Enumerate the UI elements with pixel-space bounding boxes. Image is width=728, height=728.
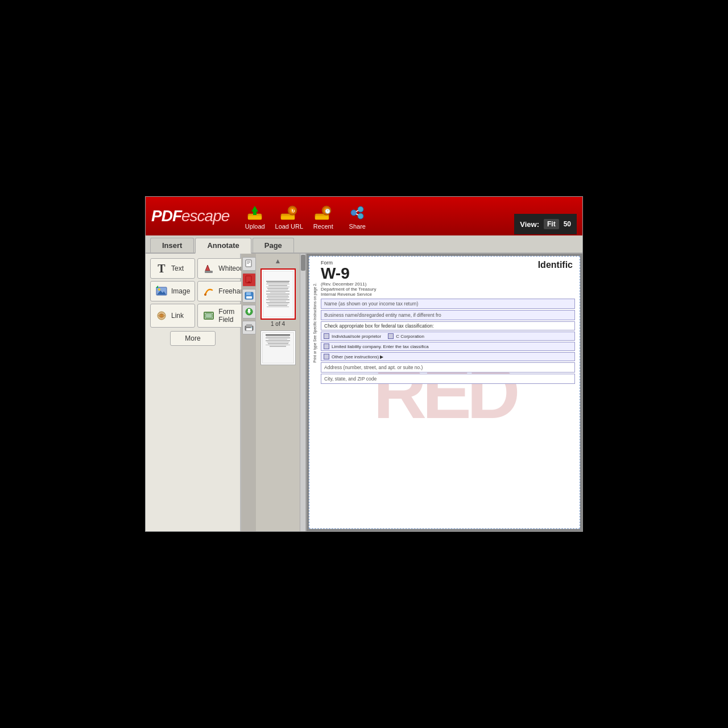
link-tool-button[interactable]: Link <box>150 304 195 328</box>
formfield-tool-icon <box>202 309 215 322</box>
llc-label: Limited liability company. Enter the tax… <box>332 344 429 349</box>
text-tool-label: Text <box>171 264 184 272</box>
svg-rect-10 <box>315 216 329 220</box>
sidebar-tools <box>241 254 256 531</box>
left-panel: T Text Whiteout <box>146 254 241 531</box>
load-url-label: Load URL <box>275 223 304 230</box>
load-url-button[interactable]: ↻ Load URL <box>275 202 303 230</box>
tab-bar: Insert Annotate Page <box>146 235 582 254</box>
view-bar: View: Fit 50 <box>514 214 577 234</box>
sidebar-bookmarks-icon[interactable] <box>242 273 256 287</box>
svg-point-16 <box>358 213 363 219</box>
svg-rect-5 <box>281 216 295 220</box>
logo-pdf: PDF <box>151 207 181 225</box>
w9-name-field: Name (as shown on your income tax return… <box>321 299 575 309</box>
w9-business-name-field: Business name/disregarded entity name, i… <box>321 310 575 320</box>
checkbox-llc[interactable] <box>324 344 329 349</box>
pdf-page: RED Print or type See Specific Instructi… <box>309 256 580 529</box>
checkbox-other[interactable] <box>324 354 329 359</box>
svg-rect-36 <box>246 292 251 295</box>
svg-line-18 <box>356 214 358 215</box>
svg-rect-19 <box>205 271 213 273</box>
svg-rect-42 <box>246 324 252 327</box>
share-button[interactable]: Share <box>343 202 371 230</box>
checkbox-individual[interactable] <box>324 333 329 339</box>
w9-side-text: Print or type See Specific Instructions … <box>313 283 317 363</box>
app-logo: PDFescape <box>151 207 229 225</box>
w9-rev-text: (Rev. December 2011) <box>321 282 538 287</box>
w9-identification-title: Identific <box>538 260 575 270</box>
page-thumbnails: ▲ <box>256 254 300 531</box>
w9-form-content: Print or type See Specific Instructions … <box>309 257 580 388</box>
sidebar-print-icon[interactable] <box>242 321 256 334</box>
svg-rect-43 <box>246 328 252 330</box>
w9-checkbox-row1: Individual/sole proprietor C Corporation <box>321 332 575 341</box>
sidebar-scroll-thumb[interactable] <box>301 255 305 271</box>
upload-icon <box>245 202 265 223</box>
page-1-thumbnail[interactable]: 1 of 4 <box>260 268 296 327</box>
svg-rect-31 <box>247 262 250 263</box>
tab-insert[interactable]: Insert <box>150 238 194 253</box>
svg-rect-28 <box>205 313 212 318</box>
logo-escape: escape <box>181 207 229 225</box>
w9-dept1-text: Department of the Treasury <box>321 287 538 292</box>
image-tool-button[interactable]: Image <box>150 281 195 301</box>
svg-point-14 <box>351 210 357 216</box>
sidebar-pages-icon[interactable] <box>242 257 256 271</box>
w9-form-text: Form <box>321 260 538 266</box>
recent-label: Recent <box>313 223 333 230</box>
recent-button[interactable]: 🕐 Recent <box>309 202 337 230</box>
recent-icon: 🕐 <box>313 202 333 223</box>
upload-button[interactable]: Upload <box>241 202 269 230</box>
sidebar-save-icon[interactable] <box>242 289 256 303</box>
load-url-icon: ↻ <box>279 202 299 223</box>
app-container: PDFescape Upload ↻ <box>145 196 583 532</box>
freehand-tool-icon <box>202 285 215 297</box>
image-tool-label: Image <box>171 287 190 295</box>
svg-point-24 <box>204 293 206 296</box>
w9-address-field: Address (number, street, and apt. or sui… <box>321 362 575 373</box>
w9-side-text-container: Print or type See Specific Instructions … <box>309 257 320 388</box>
tab-annotate[interactable]: Annotate <box>195 238 251 254</box>
svg-rect-32 <box>247 263 249 264</box>
svg-point-15 <box>358 206 363 212</box>
svg-rect-1 <box>248 216 262 220</box>
tab-page[interactable]: Page <box>253 238 294 253</box>
sidebar-download-icon[interactable] <box>242 305 256 318</box>
individual-label: Individual/sole proprietor <box>332 334 381 339</box>
w9-city-field: City, state, and ZIP code <box>321 374 575 384</box>
svg-line-17 <box>356 210 358 212</box>
link-tool-label: Link <box>171 312 184 320</box>
svg-marker-2 <box>251 206 258 212</box>
c-corp-label: C Corporation <box>396 334 424 339</box>
fit-button[interactable]: Fit <box>544 219 559 229</box>
svg-text:🕐: 🕐 <box>325 208 330 214</box>
svg-marker-23 <box>156 286 158 288</box>
svg-rect-40 <box>248 309 250 312</box>
link-tool-icon <box>155 309 168 322</box>
w9-form-number: W-9 <box>321 266 538 282</box>
svg-rect-37 <box>246 296 252 299</box>
upload-label: Upload <box>245 223 265 230</box>
svg-point-21 <box>158 288 160 291</box>
thumbnail-sidebar: ▲ <box>241 254 307 531</box>
w9-dept2-text: Internal Revenue Service <box>321 292 538 297</box>
image-tool-icon <box>155 285 168 297</box>
page-2-thumbnail[interactable] <box>260 330 296 365</box>
view-label: View: <box>520 220 539 229</box>
checkbox-c-corp[interactable] <box>388 333 394 339</box>
svg-text:↻: ↻ <box>291 209 295 214</box>
svg-point-44 <box>251 327 252 328</box>
text-tool-button[interactable]: T Text <box>150 258 195 279</box>
main-content: T Text Whiteout <box>146 254 582 531</box>
share-label: Share <box>349 223 366 230</box>
w9-form-label-area: Form W-9 (Rev. December 2011) Department… <box>321 260 538 297</box>
sidebar-scrollbar[interactable] <box>300 254 305 531</box>
text-tool-icon: T <box>155 262 168 275</box>
more-button[interactable]: More <box>170 331 216 346</box>
w9-llc-row: Limited liability company. Enter the tax… <box>321 342 575 351</box>
page-1-label: 1 of 4 <box>260 321 296 327</box>
other-label: Other (see instructions) ▶ <box>332 354 383 359</box>
whiteout-tool-icon <box>202 262 215 275</box>
scroll-up-arrow[interactable]: ▲ <box>275 257 282 265</box>
